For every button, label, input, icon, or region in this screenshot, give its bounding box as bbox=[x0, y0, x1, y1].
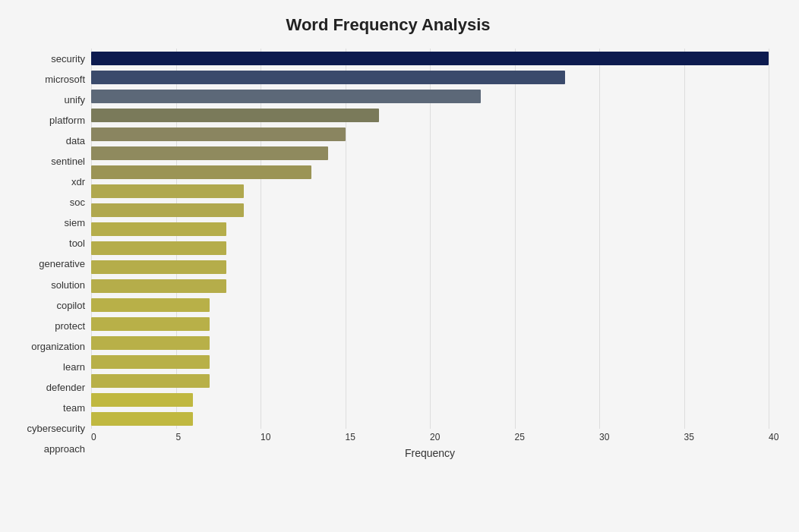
chart-title: Word Frequency Analysis bbox=[8, 15, 769, 35]
bar-rows bbox=[91, 49, 769, 429]
y-label: approach bbox=[44, 439, 85, 458]
bar-row bbox=[91, 353, 769, 371]
bar-row bbox=[91, 296, 769, 314]
bar-row bbox=[91, 49, 769, 68]
bar-row bbox=[91, 125, 769, 143]
bar bbox=[91, 393, 193, 407]
bar bbox=[91, 109, 379, 122]
bar bbox=[91, 317, 210, 331]
bars-area bbox=[91, 49, 769, 429]
bar bbox=[91, 184, 244, 198]
y-label: security bbox=[51, 50, 85, 68]
bar bbox=[91, 260, 226, 274]
bar-row bbox=[91, 144, 769, 162]
chart-container: Word Frequency Analysis securitymicrosof… bbox=[0, 0, 799, 532]
bar-row bbox=[91, 68, 769, 87]
bar-row bbox=[91, 106, 769, 124]
y-label: microsoft bbox=[45, 71, 85, 89]
bar-row bbox=[91, 87, 769, 105]
bar bbox=[91, 298, 210, 312]
bar-row bbox=[91, 372, 769, 390]
x-axis: 0510152025303540 Frequency bbox=[91, 429, 769, 459]
bar bbox=[91, 222, 226, 236]
y-label: learn bbox=[63, 357, 85, 376]
bar bbox=[91, 412, 193, 426]
bar-row bbox=[91, 410, 769, 428]
bar-row bbox=[91, 182, 769, 200]
y-label: xdr bbox=[71, 173, 85, 191]
chart-area: securitymicrosoftunifyplatformdatasentin… bbox=[8, 49, 769, 459]
y-label: organization bbox=[31, 337, 85, 355]
bars-and-x-container: 0510152025303540 Frequency bbox=[91, 49, 769, 459]
bar bbox=[91, 165, 311, 179]
bar bbox=[91, 336, 210, 350]
bar-row bbox=[91, 163, 769, 181]
bar-row bbox=[91, 201, 769, 219]
grid-line bbox=[769, 49, 769, 429]
y-label: platform bbox=[49, 112, 85, 130]
y-label: cybersecurity bbox=[27, 419, 85, 437]
bar-row bbox=[91, 258, 769, 276]
bar bbox=[91, 146, 328, 160]
bar-row bbox=[91, 220, 769, 238]
y-label: siem bbox=[65, 214, 85, 232]
bar bbox=[91, 203, 244, 217]
y-label: sentinel bbox=[51, 153, 85, 171]
y-label: copilot bbox=[56, 296, 85, 314]
y-label: defender bbox=[46, 378, 85, 396]
bar-row bbox=[91, 315, 769, 333]
y-label: protect bbox=[55, 316, 85, 335]
bar-row bbox=[91, 239, 769, 257]
bar bbox=[91, 355, 210, 369]
bar bbox=[91, 241, 226, 255]
bar bbox=[91, 279, 226, 293]
y-label: unify bbox=[65, 91, 85, 109]
y-label: solution bbox=[51, 275, 85, 294]
bar bbox=[91, 374, 210, 388]
y-label: generative bbox=[39, 255, 85, 273]
bar-row bbox=[91, 334, 769, 352]
bar bbox=[91, 52, 769, 65]
bar-row bbox=[91, 277, 769, 295]
y-label: soc bbox=[70, 194, 85, 212]
bar bbox=[91, 71, 565, 84]
y-label: data bbox=[66, 132, 85, 150]
x-axis-label: Frequency bbox=[91, 447, 769, 459]
bar bbox=[91, 90, 481, 103]
x-ticks: 0510152025303540 bbox=[91, 432, 769, 442]
bar bbox=[91, 127, 346, 141]
y-label: tool bbox=[69, 235, 85, 253]
y-label: team bbox=[63, 398, 85, 417]
bar-row bbox=[91, 391, 769, 409]
y-axis-labels: securitymicrosoftunifyplatformdatasentin… bbox=[8, 49, 91, 459]
